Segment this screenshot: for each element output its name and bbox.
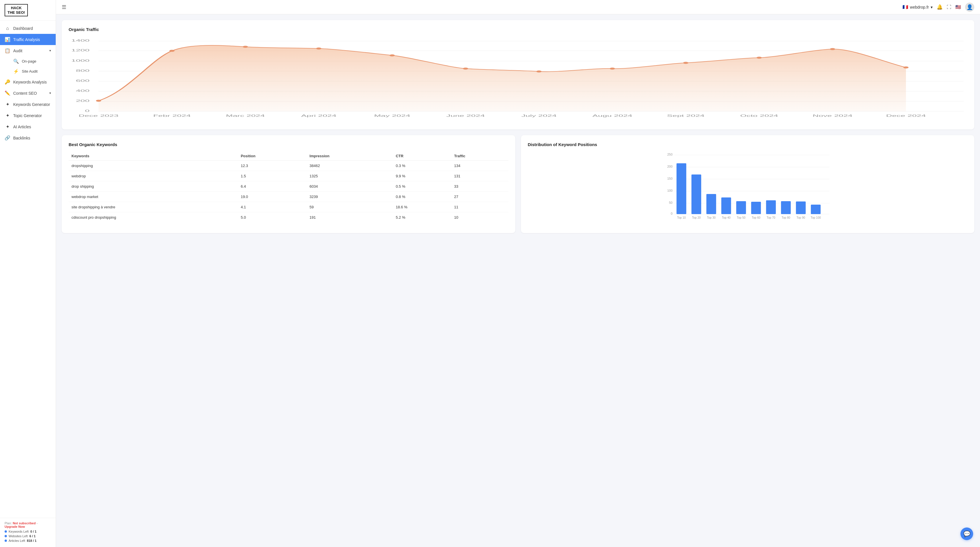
nav-label-backlinks: Backlinks xyxy=(13,136,30,140)
svg-text:0: 0 xyxy=(85,109,89,113)
svg-text:June 2024: June 2024 xyxy=(446,114,485,118)
nav-icon-audit: 📋 xyxy=(5,48,10,53)
stat-value: 6 / 1 xyxy=(29,534,35,538)
svg-text:200: 200 xyxy=(667,165,672,168)
cell-position: 1.5 xyxy=(238,171,307,181)
menu-icon[interactable]: ☰ xyxy=(62,4,66,10)
cell-traffic: 131 xyxy=(451,171,508,181)
svg-text:Top 20: Top 20 xyxy=(692,216,700,219)
plan-info: Plan: Not subscribed - Upgrade Now xyxy=(5,522,51,528)
nav-label-traffic-analysis: Traffic Analysis xyxy=(13,37,40,42)
stat-dot xyxy=(5,535,7,537)
col-position: Position xyxy=(238,151,307,161)
cell-impression: 191 xyxy=(307,212,393,223)
site-selector[interactable]: 🇫🇷 webdrop.fr ▾ xyxy=(902,4,933,10)
sidebar-item-keywords-generator[interactable]: ✦Keywords Generator xyxy=(0,99,56,110)
svg-rect-57 xyxy=(751,202,761,214)
nav-label-topic-generator: Topic Generator xyxy=(13,113,42,118)
organic-traffic-title: Organic Traffic xyxy=(68,27,967,32)
nav-icon-keywords-generator: ✦ xyxy=(5,102,10,107)
svg-text:800: 800 xyxy=(76,69,89,73)
sidebar-item-backlinks[interactable]: 🔗Backlinks xyxy=(0,132,56,143)
svg-rect-61 xyxy=(811,205,820,214)
nav-label-dashboard: Dashboard xyxy=(13,26,33,31)
svg-text:Dece 2024: Dece 2024 xyxy=(886,114,926,118)
cell-ctr: 0.3 % xyxy=(393,161,451,171)
table-row: webdrop market 19.0 3239 0.8 % 27 xyxy=(68,192,508,202)
sidebar-item-dashboard[interactable]: ⌂Dashboard xyxy=(0,23,56,34)
table-row: webdrop 1.5 1325 9.9 % 131 xyxy=(68,171,508,181)
nav-label-content-seo: Content SEO xyxy=(13,91,37,95)
cell-keyword: webdrop market xyxy=(68,192,238,202)
chevron-icon-content-seo: ▾ xyxy=(49,91,51,95)
stat-dot xyxy=(5,530,7,533)
upgrade-now-link[interactable]: Upgrade Now xyxy=(5,525,25,528)
footer-stat-articles-left: Articles Left 818 / 1 xyxy=(5,539,51,542)
svg-text:Top 30: Top 30 xyxy=(707,216,715,219)
col-ctr: CTR xyxy=(393,151,451,161)
sidebar-item-traffic-analysis[interactable]: 📊Traffic Analysis xyxy=(0,34,56,45)
svg-text:400: 400 xyxy=(76,89,89,93)
svg-point-19 xyxy=(316,48,321,50)
sidebar-item-site-audit[interactable]: ⚡Site Audit xyxy=(13,66,56,76)
cell-impression: 38462 xyxy=(307,161,393,171)
sidebar-item-topic-generator[interactable]: ✦Topic Generator xyxy=(0,110,56,121)
fullscreen-icon[interactable]: ⛶ xyxy=(947,5,951,10)
svg-rect-56 xyxy=(736,201,746,214)
svg-text:1400: 1400 xyxy=(71,39,89,43)
svg-text:Top 60: Top 60 xyxy=(751,216,760,219)
svg-text:Top 40: Top 40 xyxy=(722,216,730,219)
svg-text:Marc 2024: Marc 2024 xyxy=(226,114,265,118)
stat-dot xyxy=(5,539,7,542)
svg-text:250: 250 xyxy=(667,153,672,156)
nav-icon-topic-generator: ✦ xyxy=(5,113,10,118)
cell-ctr: 18.6 % xyxy=(393,202,451,212)
keywords-table-body: dropshipping 12.3 38462 0.3 % 134 webdro… xyxy=(68,161,508,223)
logo: HACK THE SEO! xyxy=(5,4,28,16)
table-row: drop shipping 6.4 6034 0.5 % 33 xyxy=(68,181,508,192)
svg-text:Dece 2023: Dece 2023 xyxy=(79,114,119,118)
nav-icon-keywords-analysis: 🔑 xyxy=(5,79,10,85)
cell-ctr: 0.8 % xyxy=(393,192,451,202)
sidebar-item-content-seo[interactable]: ✏️Content SEO▾ xyxy=(0,87,56,99)
keywords-table-head: Keywords Position Impression CTR Traffic xyxy=(68,151,508,161)
main-content: ☰ 🇫🇷 webdrop.fr ▾ 🔔 ⛶ 🇺🇸 👤 Organic Traff… xyxy=(56,0,980,547)
stat-label: Articles Left xyxy=(9,539,25,542)
sidebar-item-on-page[interactable]: 🔍On-page xyxy=(13,56,56,66)
topbar: ☰ 🇫🇷 webdrop.fr ▾ 🔔 ⛶ 🇺🇸 👤 xyxy=(56,0,980,14)
footer-stat-websites-left: Websites Left 6 / 1 xyxy=(5,534,51,538)
cell-impression: 59 xyxy=(307,202,393,212)
table-row: cdiscount pro dropshipping 5.0 191 5.2 %… xyxy=(68,212,508,223)
sidebar-footer: Plan: Not subscribed - Upgrade Now Keywo… xyxy=(0,518,56,547)
notifications-icon[interactable]: 🔔 xyxy=(937,4,943,10)
svg-text:Top 10: Top 10 xyxy=(677,216,686,219)
svg-rect-54 xyxy=(706,194,716,214)
nav-icon-content-seo: ✏️ xyxy=(5,91,10,96)
sidebar-item-ai-articles[interactable]: ✦AI Articles xyxy=(0,121,56,132)
cell-position: 6.4 xyxy=(238,181,307,192)
svg-text:Febr 2024: Febr 2024 xyxy=(153,114,191,118)
col-keywords: Keywords xyxy=(68,151,238,161)
stat-value: 818 / 1 xyxy=(27,539,37,542)
svg-rect-58 xyxy=(766,200,776,214)
best-keywords-card: Best Organic Keywords Keywords Position … xyxy=(62,135,515,233)
avatar[interactable]: 👤 xyxy=(965,3,974,12)
nav-icon-dashboard: ⌂ xyxy=(5,26,10,31)
distribution-title: Distribution of Keyword Positions xyxy=(528,142,968,147)
svg-rect-55 xyxy=(721,197,731,214)
svg-point-21 xyxy=(463,68,468,70)
cell-impression: 3239 xyxy=(307,192,393,202)
svg-text:Octo 2024: Octo 2024 xyxy=(740,114,778,118)
svg-point-22 xyxy=(536,71,541,73)
svg-point-25 xyxy=(757,57,762,59)
sidebar-item-keywords-analysis[interactable]: 🔑Keywords Analysis xyxy=(0,76,56,87)
svg-text:Top 90: Top 90 xyxy=(796,216,805,219)
chat-bubble[interactable]: 💬 xyxy=(961,528,973,540)
sidebar-nav: ⌂Dashboard📊Traffic Analysis📋Audit▾🔍On-pa… xyxy=(0,21,56,518)
sidebar-item-audit[interactable]: 📋Audit▾ xyxy=(0,45,56,56)
bottom-row: Best Organic Keywords Keywords Position … xyxy=(62,135,974,239)
svg-point-26 xyxy=(830,48,835,50)
svg-text:May  2024: May 2024 xyxy=(374,114,410,118)
traffic-chart-svg: 1400 1200 1000 800 600 400 200 0 xyxy=(68,37,967,122)
col-traffic: Traffic xyxy=(451,151,508,161)
